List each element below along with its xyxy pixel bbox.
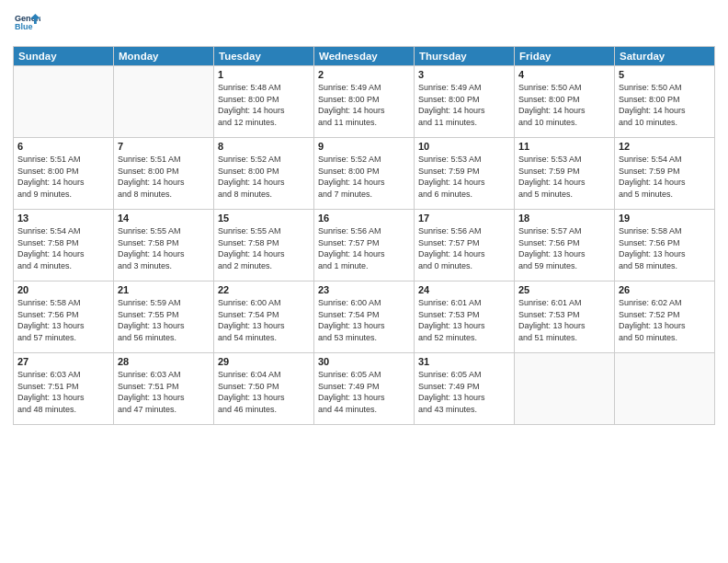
day-number: 27 [17, 356, 109, 367]
calendar-cell: 24Sunrise: 6:01 AM Sunset: 7:53 PM Dayli… [415, 282, 515, 353]
calendar: SundayMondayTuesdayWednesdayThursdayFrid… [13, 46, 715, 425]
week-row-1: 1Sunrise: 5:48 AM Sunset: 8:00 PM Daylig… [14, 66, 715, 138]
calendar-cell: 2Sunrise: 5:49 AM Sunset: 8:00 PM Daylig… [314, 66, 415, 138]
calendar-cell: 18Sunrise: 5:57 AM Sunset: 7:56 PM Dayli… [515, 210, 615, 282]
day-info: Sunrise: 6:05 AM Sunset: 7:49 PM Dayligh… [418, 369, 510, 415]
day-number: 22 [218, 284, 310, 295]
day-number: 15 [218, 213, 310, 224]
day-info: Sunrise: 5:53 AM Sunset: 7:59 PM Dayligh… [518, 154, 610, 200]
calendar-cell: 4Sunrise: 5:50 AM Sunset: 8:00 PM Daylig… [515, 66, 615, 138]
day-info: Sunrise: 5:49 AM Sunset: 8:00 PM Dayligh… [418, 82, 510, 128]
week-row-3: 13Sunrise: 5:54 AM Sunset: 7:58 PM Dayli… [14, 210, 715, 282]
calendar-cell: 15Sunrise: 5:55 AM Sunset: 7:58 PM Dayli… [214, 210, 314, 282]
day-number: 11 [518, 141, 610, 152]
day-info: Sunrise: 5:58 AM Sunset: 7:56 PM Dayligh… [619, 225, 711, 271]
calendar-cell [615, 353, 715, 425]
calendar-cell: 22Sunrise: 6:00 AM Sunset: 7:54 PM Dayli… [214, 282, 314, 353]
day-number: 30 [318, 356, 410, 367]
logo: General Blue [13, 9, 40, 39]
day-info: Sunrise: 5:55 AM Sunset: 7:58 PM Dayligh… [118, 225, 210, 271]
day-info: Sunrise: 5:50 AM Sunset: 8:00 PM Dayligh… [619, 82, 711, 128]
day-number: 25 [518, 284, 610, 295]
calendar-cell: 8Sunrise: 5:52 AM Sunset: 8:00 PM Daylig… [214, 138, 314, 210]
day-info: Sunrise: 5:50 AM Sunset: 8:00 PM Dayligh… [518, 82, 610, 128]
svg-text:Blue: Blue [15, 22, 33, 31]
calendar-cell [14, 66, 114, 138]
calendar-cell: 9Sunrise: 5:52 AM Sunset: 8:00 PM Daylig… [314, 138, 415, 210]
day-info: Sunrise: 5:52 AM Sunset: 8:00 PM Dayligh… [318, 154, 410, 200]
day-number: 7 [118, 141, 210, 152]
header: General Blue [13, 9, 715, 39]
weekday-header-monday: Monday [114, 47, 214, 66]
calendar-cell: 12Sunrise: 5:54 AM Sunset: 7:59 PM Dayli… [615, 138, 715, 210]
calendar-cell: 5Sunrise: 5:50 AM Sunset: 8:00 PM Daylig… [615, 66, 715, 138]
day-number: 12 [619, 141, 711, 152]
calendar-cell: 26Sunrise: 6:02 AM Sunset: 7:52 PM Dayli… [615, 282, 715, 353]
calendar-cell: 29Sunrise: 6:04 AM Sunset: 7:50 PM Dayli… [214, 353, 314, 425]
day-number: 13 [17, 213, 109, 224]
day-info: Sunrise: 6:01 AM Sunset: 7:53 PM Dayligh… [518, 297, 610, 343]
weekday-header-saturday: Saturday [615, 47, 715, 66]
day-number: 9 [318, 141, 410, 152]
day-number: 6 [17, 141, 109, 152]
day-info: Sunrise: 6:00 AM Sunset: 7:54 PM Dayligh… [318, 297, 410, 343]
page: General Blue SundayMondayTuesdayWednesda… [0, 0, 728, 563]
day-number: 29 [218, 356, 310, 367]
calendar-cell [515, 353, 615, 425]
day-info: Sunrise: 6:03 AM Sunset: 7:51 PM Dayligh… [17, 369, 109, 415]
day-info: Sunrise: 5:54 AM Sunset: 7:58 PM Dayligh… [17, 225, 109, 271]
day-info: Sunrise: 5:49 AM Sunset: 8:00 PM Dayligh… [318, 82, 410, 128]
day-number: 20 [17, 284, 109, 295]
calendar-cell: 31Sunrise: 6:05 AM Sunset: 7:49 PM Dayli… [415, 353, 515, 425]
calendar-cell: 1Sunrise: 5:48 AM Sunset: 8:00 PM Daylig… [214, 66, 314, 138]
day-info: Sunrise: 5:58 AM Sunset: 7:56 PM Dayligh… [17, 297, 109, 343]
day-info: Sunrise: 6:01 AM Sunset: 7:53 PM Dayligh… [418, 297, 510, 343]
day-info: Sunrise: 5:48 AM Sunset: 8:00 PM Dayligh… [218, 82, 310, 128]
day-number: 28 [118, 356, 210, 367]
weekday-header-row: SundayMondayTuesdayWednesdayThursdayFrid… [14, 47, 715, 66]
day-number: 19 [619, 213, 711, 224]
weekday-header-sunday: Sunday [14, 47, 114, 66]
day-info: Sunrise: 5:57 AM Sunset: 7:56 PM Dayligh… [518, 225, 610, 271]
weekday-header-tuesday: Tuesday [214, 47, 314, 66]
day-number: 3 [418, 69, 510, 80]
day-info: Sunrise: 5:52 AM Sunset: 8:00 PM Dayligh… [218, 154, 310, 200]
day-info: Sunrise: 5:53 AM Sunset: 7:59 PM Dayligh… [418, 154, 510, 200]
day-number: 17 [418, 213, 510, 224]
weekday-header-thursday: Thursday [415, 47, 515, 66]
day-info: Sunrise: 6:04 AM Sunset: 7:50 PM Dayligh… [218, 369, 310, 415]
calendar-cell: 16Sunrise: 5:56 AM Sunset: 7:57 PM Dayli… [314, 210, 415, 282]
day-info: Sunrise: 6:03 AM Sunset: 7:51 PM Dayligh… [118, 369, 210, 415]
calendar-cell: 3Sunrise: 5:49 AM Sunset: 8:00 PM Daylig… [415, 66, 515, 138]
calendar-cell: 21Sunrise: 5:59 AM Sunset: 7:55 PM Dayli… [114, 282, 214, 353]
day-number: 14 [118, 213, 210, 224]
day-number: 10 [418, 141, 510, 152]
day-number: 26 [619, 284, 711, 295]
weekday-header-friday: Friday [515, 47, 615, 66]
day-number: 21 [118, 284, 210, 295]
day-number: 4 [518, 69, 610, 80]
calendar-cell: 11Sunrise: 5:53 AM Sunset: 7:59 PM Dayli… [515, 138, 615, 210]
calendar-cell [114, 66, 214, 138]
calendar-cell: 20Sunrise: 5:58 AM Sunset: 7:56 PM Dayli… [14, 282, 114, 353]
week-row-5: 27Sunrise: 6:03 AM Sunset: 7:51 PM Dayli… [14, 353, 715, 425]
day-info: Sunrise: 5:55 AM Sunset: 7:58 PM Dayligh… [218, 225, 310, 271]
calendar-cell: 25Sunrise: 6:01 AM Sunset: 7:53 PM Dayli… [515, 282, 615, 353]
day-number: 23 [318, 284, 410, 295]
day-number: 5 [619, 69, 711, 80]
day-info: Sunrise: 5:56 AM Sunset: 7:57 PM Dayligh… [418, 225, 510, 271]
day-number: 2 [318, 69, 410, 80]
week-row-4: 20Sunrise: 5:58 AM Sunset: 7:56 PM Dayli… [14, 282, 715, 353]
day-number: 16 [318, 213, 410, 224]
day-info: Sunrise: 6:00 AM Sunset: 7:54 PM Dayligh… [218, 297, 310, 343]
logo-icon: General Blue [15, 9, 40, 35]
calendar-cell: 27Sunrise: 6:03 AM Sunset: 7:51 PM Dayli… [14, 353, 114, 425]
calendar-cell: 23Sunrise: 6:00 AM Sunset: 7:54 PM Dayli… [314, 282, 415, 353]
calendar-cell: 14Sunrise: 5:55 AM Sunset: 7:58 PM Dayli… [114, 210, 214, 282]
calendar-cell: 17Sunrise: 5:56 AM Sunset: 7:57 PM Dayli… [415, 210, 515, 282]
week-row-2: 6Sunrise: 5:51 AM Sunset: 8:00 PM Daylig… [14, 138, 715, 210]
day-number: 1 [218, 69, 310, 80]
calendar-cell: 30Sunrise: 6:05 AM Sunset: 7:49 PM Dayli… [314, 353, 415, 425]
day-info: Sunrise: 5:54 AM Sunset: 7:59 PM Dayligh… [619, 154, 711, 200]
day-info: Sunrise: 5:59 AM Sunset: 7:55 PM Dayligh… [118, 297, 210, 343]
